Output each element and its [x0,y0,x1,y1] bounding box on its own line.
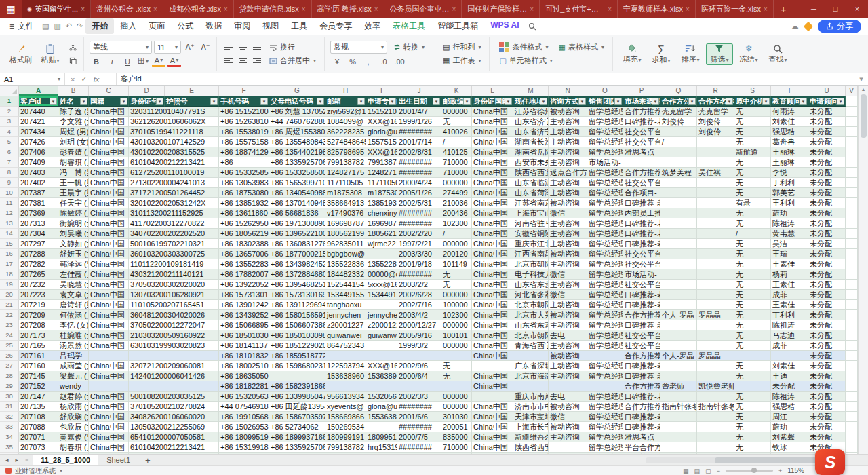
header-cell[interactable]: 手机号码▾ [219,96,269,107]
cell[interactable]: +86 15066895 [219,320,269,330]
cell[interactable]: 强思秸 [771,127,808,137]
cell[interactable]: 被动咨询 [549,402,587,412]
cell[interactable]: 无 [734,320,771,330]
cell[interactable]: 500108200203035125 [129,392,219,402]
cell[interactable]: China中国 [89,280,129,290]
column-header-S[interactable]: S [734,86,771,96]
cell[interactable]: China中国 [472,412,513,422]
member-icon[interactable] [804,21,813,31]
cell[interactable]: 汤景然 (女 [58,341,89,351]
cell[interactable]: 胡春琪 (女 [58,442,89,453]
cell[interactable]: 200120 [441,249,472,259]
cell[interactable]: 未分配 [808,320,846,330]
cell[interactable]: 口碑推荐-老客户 [623,198,660,208]
header-cell[interactable]: 姓名▾ [58,96,89,107]
cell[interactable]: 无 [734,330,771,341]
cell[interactable]: China中国 [89,107,129,117]
cell[interactable]: +86 13611860 [219,208,269,218]
cell[interactable]: +86 1343982452 [269,259,326,269]
cell[interactable]: 指南针张冬 [660,402,697,412]
cell[interactable]: 122593794 [326,361,366,371]
cell[interactable]: China中国 [472,137,513,147]
cell[interactable]: 15320563S [366,392,397,402]
cell[interactable]: 无 [734,168,771,178]
cell[interactable]: China中国 [89,290,129,300]
cell[interactable]: 1999/1/26 [397,117,441,127]
cell[interactable] [660,198,697,208]
cell[interactable]: 重庆市南岸 [513,392,549,402]
cell[interactable]: 主动咨询 [549,371,587,381]
cell-style-button[interactable]: ▢ 单元格样式▾ [495,55,556,66]
cell[interactable]: 江西省南昌 [513,249,549,259]
cell[interactable]: 207173 [19,330,58,341]
cell[interactable]: 2002/2/20 [397,229,441,239]
cell[interactable]: 主动咨询 [549,178,587,188]
cell[interactable]: 无 [734,239,771,249]
cell[interactable]: 青海省西宁 [513,341,549,351]
cell[interactable] [660,188,697,198]
cell[interactable]: +86 1395468251 [269,280,326,290]
cell[interactable]: 102300 [441,218,472,229]
cell[interactable]: 710000 [441,157,472,168]
cell[interactable]: 留学总经理部 [587,320,623,330]
cell[interactable]: 社交公平台- [623,137,660,147]
cell[interactable] [587,351,623,361]
cell[interactable] [326,351,366,361]
cell[interactable]: +86 18182281 [219,381,269,392]
cell[interactable]: 凯悦曾老师 [697,381,734,392]
header-cell[interactable]: 教育顾问▾ [771,96,808,107]
cell[interactable]: 口碑推荐-老客户 [623,412,660,422]
cell[interactable]: 主动咨询 [549,280,587,290]
row-number[interactable]: 8 [0,168,19,178]
confirm-entry-icon[interactable]: ✓ [81,75,87,83]
cell[interactable]: 合作项目- [623,188,660,198]
cell[interactable] [660,442,697,453]
cell[interactable]: 000000 [441,290,472,300]
cell[interactable]: 广东省深圳 [513,361,549,371]
undo-icon[interactable]: ↶ [64,22,74,31]
cell[interactable]: 207209 [19,310,58,320]
column-header-B[interactable]: B [58,86,89,96]
cell[interactable]: 无 [734,178,771,188]
cell[interactable]: 主动咨询 [549,229,587,239]
cell[interactable]: XXX@163. [366,117,397,127]
cell[interactable]: 何依涵 (女 [58,310,89,320]
cell[interactable]: +86 1565399710 [269,178,326,188]
header-cell[interactable]: 客户id▾ [19,96,58,107]
cell[interactable]: 留学总经理部 [587,208,623,218]
wps-logo-icon[interactable]: ▦ [0,0,22,18]
cell[interactable]: gloria@uk [366,127,397,137]
cloud-sync-icon[interactable]: ☁ [791,22,799,31]
cell[interactable]: ######## [397,422,441,432]
cell[interactable]: +86 15319918 [219,442,269,453]
cell[interactable]: 200436 [441,208,472,218]
cell[interactable] [734,381,771,392]
row-number[interactable]: 2 [0,107,19,117]
cell[interactable]: 无 [734,269,771,280]
cell[interactable]: 主动咨询 [549,320,587,330]
cell[interactable]: 180995191 [366,432,397,442]
cell[interactable] [846,96,858,107]
cell[interactable]: 留学总经理部 [587,259,623,269]
cell[interactable]: 社交公平台- [623,280,660,290]
cell[interactable]: XXX@163. [366,147,397,157]
wps-assistant-logo[interactable]: S [815,449,845,475]
cell[interactable]: 370503200302020020 [129,280,219,290]
cell[interactable]: 207145 [19,371,58,381]
cell[interactable]: +86 1354402198 [269,147,326,157]
cell[interactable]: 340702200202202520 [129,229,219,239]
cell[interactable]: 207313 [19,218,58,229]
cell[interactable]: 吴洁 [771,239,808,249]
cell[interactable]: 2001/7/14 [397,137,441,147]
cell[interactable] [846,208,858,218]
row-number[interactable]: 27 [0,361,19,371]
cell[interactable]: 衡婉明 (女 [58,218,89,229]
cell[interactable]: 留学总经理部 [587,341,623,351]
cell[interactable]: 电子科技大 [513,269,549,280]
cell[interactable] [697,300,734,310]
cell[interactable]: / [660,137,697,147]
cell[interactable]: 口碑推荐-老客户 [623,371,660,381]
cell[interactable] [660,341,697,351]
cell[interactable]: 口碑推荐-老客户 [623,239,660,249]
cell[interactable]: 207165 [19,341,58,351]
